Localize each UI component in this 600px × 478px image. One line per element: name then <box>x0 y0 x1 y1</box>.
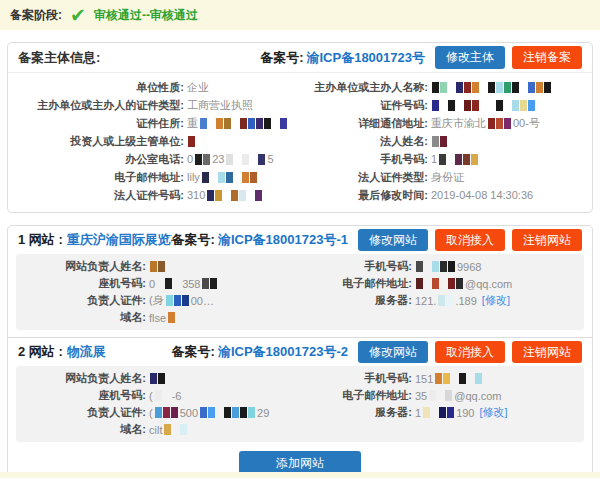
status-stage-label: 备案阶段: <box>10 7 62 24</box>
field-row: 负责人证件:(50029 <box>18 404 300 421</box>
redacted-mosaic <box>432 136 448 147</box>
field-label: 手机号码: <box>300 152 428 167</box>
deregister-website-button[interactable]: 注销网站 <box>512 229 582 251</box>
field-value: 2019-04-08 14:30:36 <box>431 189 534 201</box>
field-value: 310 <box>187 189 264 201</box>
page: 备案阶段: ✔ 审核通过--审核通过 备案主体信息: 备案号: 渝ICP备180… <box>0 0 600 478</box>
field-row: 域名:cilt <box>18 421 300 438</box>
field-value: 重 <box>187 116 289 131</box>
website-fields-right-column: 手机号码:151电子邮件地址:35@qq.com服务器:1190[修改] <box>300 370 582 438</box>
field-value <box>149 373 167 384</box>
field-value-text: 重庆市渝北 <box>431 116 486 131</box>
cancel-access-button[interactable]: 取消接入 <box>435 229 505 251</box>
field-value-text: 500 <box>180 407 198 419</box>
redacted-mosaic <box>226 154 266 165</box>
field-row: 最后修改时间:2019-04-08 14:30:36 <box>300 186 584 204</box>
field-value: cilt <box>149 424 189 436</box>
field-label: 办公室电话: <box>16 152 184 167</box>
field-row: 法人证件类型:身份证 <box>300 168 584 186</box>
field-value <box>431 100 537 111</box>
website-fields-right-column: 手机号码:9968电子邮件地址:@qq.com服务器:121..189[修改] <box>300 258 582 326</box>
field-value-text: 151 <box>415 373 433 385</box>
redacted-mosaic <box>188 136 196 147</box>
field-row: 网站负责人姓名: <box>18 258 300 275</box>
field-value: 121..189[修改] <box>415 293 510 308</box>
website-section: 1 网站 : 重庆沪渝国际展览有限公司 备案号: 渝ICP备18001723号-… <box>8 226 592 330</box>
website-fields-left-column: 网站负责人姓名:座机号码:0358负责人证件:(身00…域名:flse <box>18 258 300 326</box>
field-label: 手机号码: <box>300 371 412 386</box>
field-value-text: @qq.com <box>465 278 512 290</box>
field-value: 151 <box>415 373 484 385</box>
field-value: (身00… <box>149 293 215 308</box>
field-value-text: lily <box>187 171 200 183</box>
field-value-text: (身 <box>149 293 164 308</box>
subject-panel-title: 备案主体信息: <box>18 49 260 67</box>
redacted-mosaic <box>202 278 218 289</box>
field-value-text: 1 <box>415 407 421 419</box>
field-value-text: 9968 <box>457 261 481 273</box>
redacted-mosaic <box>488 118 512 129</box>
field-label: 服务器: <box>300 293 412 308</box>
field-label: 法人证件号码: <box>16 188 184 203</box>
deregister-website-button[interactable]: 注销网站 <box>512 341 582 363</box>
website-fields: 网站负责人姓名:座机号码:0358负责人证件:(身00…域名:flse 手机号码… <box>16 254 584 330</box>
modify-subject-button[interactable]: 修改主体 <box>435 46 505 68</box>
field-row: 办公室电话:0235 <box>16 150 300 168</box>
redacted-mosaic <box>157 278 181 289</box>
modify-website-button[interactable]: 修改网站 <box>358 341 428 363</box>
modify-link[interactable]: [修改] <box>482 293 510 308</box>
redacted-mosaic <box>166 295 190 306</box>
field-value: @qq.com <box>415 278 513 290</box>
field-value-text: 0 <box>187 153 193 165</box>
field-value-text: 00… <box>191 295 214 307</box>
website-name-link[interactable]: 重庆沪渝国际展览有限公司 <box>67 231 172 249</box>
field-label: 证件号码: <box>300 98 428 113</box>
website-name-link[interactable]: 物流展 <box>67 343 172 361</box>
field-row: 详细通信地址:重庆市渝北00-号 <box>300 114 584 132</box>
field-label: 法人证件类型: <box>300 170 428 185</box>
field-label: 负责人证件: <box>18 293 146 308</box>
field-value-text: -6 <box>172 390 182 402</box>
redacted-mosaic <box>155 390 171 401</box>
cancel-access-button[interactable]: 取消接入 <box>435 341 505 363</box>
redacted-mosaic <box>416 278 464 289</box>
field-value-text: 2019-04-08 14:30:36 <box>431 189 533 201</box>
field-value-text: 1 <box>431 153 437 165</box>
field-value <box>187 136 197 147</box>
field-label: 主办单位或主办人的证件类型: <box>16 98 184 113</box>
field-row: 证件号码: <box>300 96 584 114</box>
deregister-filing-button[interactable]: 注销备案 <box>512 46 582 68</box>
subject-license-number: 渝ICP备18001723号 <box>306 49 425 67</box>
modify-link[interactable]: [修改] <box>479 405 507 420</box>
field-value-text: flse <box>149 312 166 324</box>
field-label: 域名: <box>18 422 146 437</box>
field-label: 电子邮件地址: <box>300 276 412 291</box>
field-value: 9968 <box>415 261 482 273</box>
field-value <box>431 82 553 93</box>
field-label: 电子邮件地址: <box>16 170 184 185</box>
website-section: 2 网站 : 物流展 备案号: 渝ICP备18001723号-2 修改网站取消接… <box>8 337 592 442</box>
website-license-label: 备案号: <box>172 231 215 249</box>
redacted-mosaic <box>168 312 176 323</box>
field-value-text: 重 <box>187 116 198 131</box>
field-label: 电子邮件地址: <box>300 388 412 403</box>
field-row: 主办单位或主办人的证件类型:工商营业执照 <box>16 96 300 114</box>
website-header: 1 网站 : 重庆沪渝国际展览有限公司 备案号: 渝ICP备18001723号-… <box>8 226 592 254</box>
field-value: (-6 <box>149 390 182 402</box>
redacted-mosaic <box>439 154 479 165</box>
field-row: 电子邮件地址:@qq.com <box>300 275 582 292</box>
field-value: 企业 <box>187 80 210 95</box>
field-value-text: ( <box>149 407 153 419</box>
field-row: 单位性质:企业 <box>16 78 300 96</box>
field-value: 工商营业执照 <box>187 98 254 113</box>
website-header: 2 网站 : 物流展 备案号: 渝ICP备18001723号-2 修改网站取消接… <box>8 338 592 366</box>
field-value-text: ( <box>149 390 153 402</box>
field-row: 电子邮件地址:35@qq.com <box>300 387 582 404</box>
field-row: 投资人或上级主管单位: <box>16 132 300 150</box>
modify-website-button[interactable]: 修改网站 <box>358 229 428 251</box>
field-row: 手机号码:1 <box>300 150 584 168</box>
field-value <box>149 261 167 272</box>
field-value-text: 5 <box>267 153 273 165</box>
subject-buttons: 修改主体注销备案 <box>435 46 582 68</box>
field-value-text: 0 <box>149 278 155 290</box>
